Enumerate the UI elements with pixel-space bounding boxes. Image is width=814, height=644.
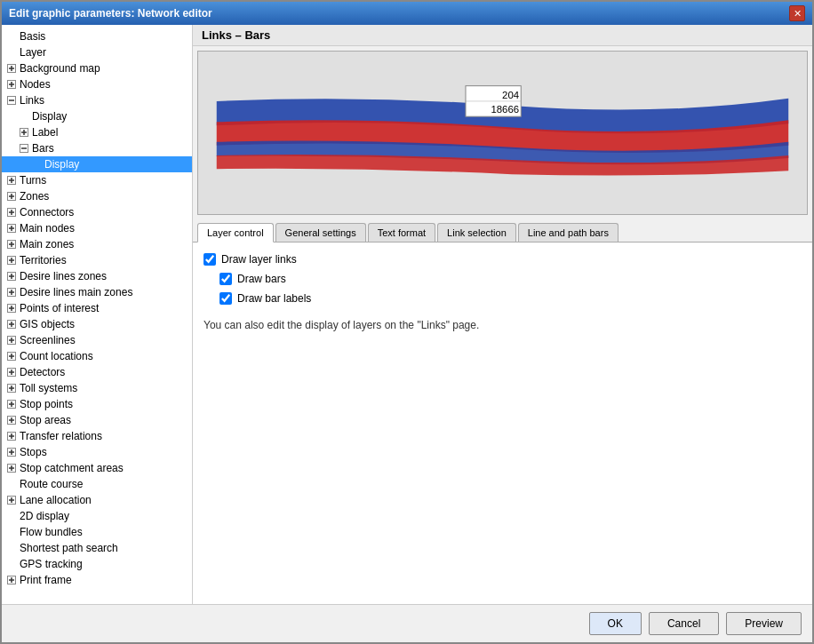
tree-item-2d-display[interactable]: 2D display <box>2 508 192 524</box>
tab-link-selection[interactable]: Link selection <box>437 223 516 242</box>
tree-item-background-map[interactable]: Background map <box>2 60 192 76</box>
panel-title: Links – Bars <box>193 25 812 46</box>
tree-item-screenlines[interactable]: Screenlines <box>2 332 192 348</box>
expander-background-map <box>5 62 18 75</box>
tree-item-label-points-of-interest: Points of interest <box>20 302 99 314</box>
tree-item-label-basis: Basis <box>20 30 45 43</box>
expander-shortest-path-search <box>5 542 18 554</box>
main-window: Edit graphic parameters: Network editor … <box>0 0 814 644</box>
tree-item-stop-points[interactable]: Stop points <box>2 396 192 412</box>
expander-links-display <box>18 110 30 123</box>
tree-item-turns[interactable]: Turns <box>2 172 192 188</box>
tree-item-label-background-map: Background map <box>20 62 100 75</box>
tree-item-label-stop-catchment-areas: Stop catchment areas <box>20 462 124 474</box>
expander-points-of-interest <box>5 302 18 314</box>
expander-basis <box>5 30 18 43</box>
tree-item-detectors[interactable]: Detectors <box>2 364 192 380</box>
expander-count-locations <box>5 350 18 362</box>
button-bar: OK Cancel Preview <box>2 604 812 642</box>
tree-item-stop-catchment-areas[interactable]: Stop catchment areas <box>2 460 192 476</box>
draw-bars-checkbox[interactable] <box>219 273 232 285</box>
tab-text-format[interactable]: Text format <box>368 223 435 242</box>
title-bar: Edit graphic parameters: Network editor … <box>2 2 812 25</box>
info-text: You can also edit the display of layers … <box>204 319 802 331</box>
expander-route-course <box>5 478 18 490</box>
expander-screenlines <box>5 334 18 346</box>
expander-gis-objects <box>5 318 18 330</box>
tree-item-layer[interactable]: Layer <box>2 44 192 60</box>
tree-item-gps-tracking[interactable]: GPS tracking <box>2 556 192 572</box>
expander-main-nodes <box>5 222 18 235</box>
tree-item-basis[interactable]: Basis <box>2 28 192 44</box>
tree-item-label-detectors: Detectors <box>20 366 65 378</box>
expander-detectors <box>5 366 18 378</box>
tree-item-label-stops: Stops <box>20 446 47 458</box>
tree-item-label-links-bars: Bars <box>32 142 54 155</box>
tree-item-stops[interactable]: Stops <box>2 444 192 460</box>
tree-item-label-links: Links <box>20 94 44 107</box>
tree-item-label-desire-lines-zones: Desire lines zones <box>20 270 107 282</box>
close-button[interactable]: ✕ <box>789 5 805 21</box>
draw-bar-labels-checkbox[interactable] <box>219 292 232 305</box>
tree-item-nodes[interactable]: Nodes <box>2 76 192 92</box>
tree-item-territories[interactable]: Territories <box>2 252 192 268</box>
tree-item-connectors[interactable]: Connectors <box>2 204 192 220</box>
tree-item-gis-objects[interactable]: GIS objects <box>2 316 192 332</box>
tree-item-label-turns: Turns <box>20 174 46 187</box>
tab-line-and-path-bars[interactable]: Line and path bars <box>518 223 618 242</box>
tree-item-transfer-relations[interactable]: Transfer relations <box>2 428 192 444</box>
tree-item-label-main-nodes: Main nodes <box>20 222 75 235</box>
tree-item-label-toll-systems: Toll systems <box>20 382 77 394</box>
tree-item-toll-systems[interactable]: Toll systems <box>2 380 192 396</box>
tree-item-label-screenlines: Screenlines <box>20 334 76 346</box>
tree-item-zones[interactable]: Zones <box>2 188 192 204</box>
expander-print-frame <box>5 574 18 586</box>
tree-item-label-layer: Layer <box>20 46 46 59</box>
expander-nodes <box>5 78 18 91</box>
expander-gps-tracking <box>5 558 18 570</box>
tree-item-main-nodes[interactable]: Main nodes <box>2 220 192 236</box>
preview-button[interactable]: Preview <box>726 612 802 635</box>
tree-item-lane-allocation[interactable]: Lane allocation <box>2 492 192 508</box>
tree-item-label-desire-lines-main-zones: Desire lines main zones <box>20 286 132 298</box>
window-title: Edit graphic parameters: Network editor <box>9 7 212 20</box>
cancel-button[interactable]: Cancel <box>649 612 719 635</box>
tree-item-count-locations[interactable]: Count locations <box>2 348 192 364</box>
tree-item-links-display[interactable]: Display <box>2 108 192 124</box>
tree-item-links[interactable]: Links <box>2 92 192 108</box>
tree-item-label-links-display: Display <box>32 110 67 123</box>
draw-layer-links-checkbox[interactable] <box>204 253 216 266</box>
tree-item-label-connectors: Connectors <box>20 206 74 219</box>
tree-item-label-nodes: Nodes <box>20 78 51 91</box>
tree-item-label-territories: Territories <box>20 254 67 266</box>
tree-item-links-bars[interactable]: Bars <box>2 140 192 156</box>
tree-item-points-of-interest[interactable]: Points of interest <box>2 300 192 316</box>
draw-bar-labels-label: Draw bar labels <box>237 292 311 305</box>
tree-item-label-transfer-relations: Transfer relations <box>20 430 102 442</box>
tree-item-stop-areas[interactable]: Stop areas <box>2 412 192 428</box>
tab-layer-control[interactable]: Layer control <box>197 223 274 242</box>
tree-item-links-bars-display[interactable]: Display <box>2 156 192 172</box>
tree-item-desire-lines-zones[interactable]: Desire lines zones <box>2 268 192 284</box>
tree-item-label-links-bars-display: Display <box>44 158 79 171</box>
tree-item-desire-lines-main-zones[interactable]: Desire lines main zones <box>2 284 192 300</box>
tree-item-shortest-path-search[interactable]: Shortest path search <box>2 540 192 556</box>
tree-item-print-frame[interactable]: Print frame <box>2 572 192 588</box>
expander-layer <box>5 46 18 59</box>
tree-item-route-course[interactable]: Route course <box>2 476 192 492</box>
expander-transfer-relations <box>5 430 18 442</box>
svg-text:18666: 18666 <box>491 104 519 115</box>
tree-item-main-zones[interactable]: Main zones <box>2 236 192 252</box>
expander-links <box>5 94 18 107</box>
expander-links-label <box>18 126 30 139</box>
tree-item-links-label[interactable]: Label <box>2 124 192 140</box>
tree-item-flow-bundles[interactable]: Flow bundles <box>2 524 192 540</box>
ok-button[interactable]: OK <box>589 612 642 635</box>
draw-bars-label: Draw bars <box>237 273 286 285</box>
tree-item-label-count-locations: Count locations <box>20 350 93 362</box>
tab-general-settings[interactable]: General settings <box>275 223 366 242</box>
expander-links-bars-display <box>30 158 43 171</box>
draw-bar-labels-row: Draw bar labels <box>204 292 802 305</box>
tree-item-label-shortest-path-search: Shortest path search <box>20 542 118 554</box>
tab-content: Draw layer links Draw bars Draw bar labe… <box>193 242 812 604</box>
